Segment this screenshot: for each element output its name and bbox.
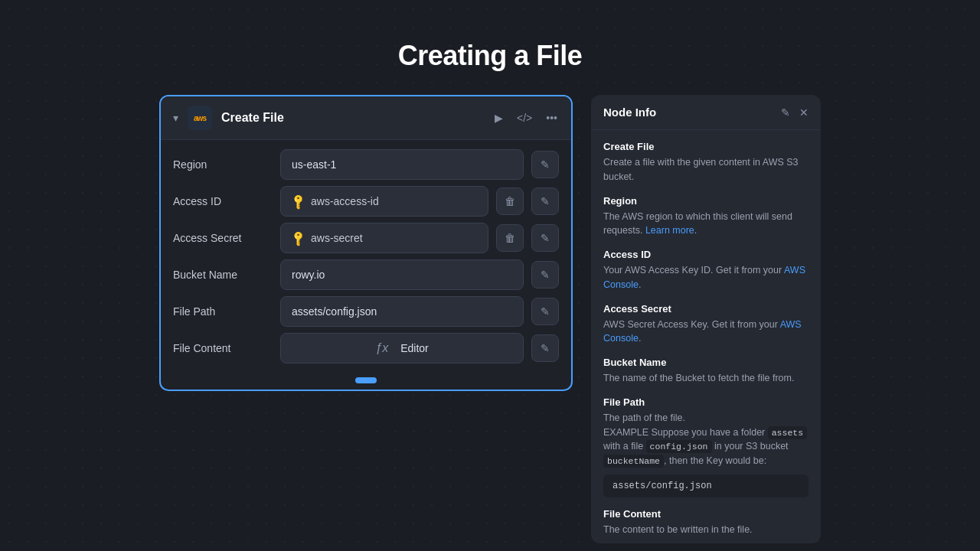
panel-edit-button[interactable]: ✎ [781,106,790,119]
access-secret-value: aws-secret [311,232,363,244]
key-icon: 🔑 [289,192,307,210]
panel-content: Create File Create a file with the given… [591,130,821,543]
node-header: ▾ aws Create File ▶ </> ••• [161,96,571,140]
bucket-name-input[interactable]: rowy.io [280,259,524,290]
info-label-access-id: Access ID [603,249,808,260]
content-area: ▾ aws Create File ▶ </> ••• Region us-ea… [0,95,980,543]
file-content-label: File Content [173,342,273,354]
info-text-file-content: The content to be written in the file. [603,523,808,537]
file-content-value: Editor [400,342,429,354]
node-info-panel: Node Info ✎ ✕ Create File Create a file … [591,95,821,543]
access-secret-edit-button[interactable]: ✎ [531,224,559,252]
file-path-value: assets/config.json [292,305,377,318]
access-id-value: aws-access-id [311,195,379,207]
access-secret-aws-console-link[interactable]: AWS Console [603,319,802,344]
bucket-name-edit-button[interactable]: ✎ [531,261,559,289]
access-id-delete-button[interactable]: 🗑 [496,187,524,215]
file-path-input[interactable]: assets/config.json [280,296,524,327]
region-row: Region us-east-1 ✎ [173,149,559,180]
code-button[interactable]: </> [515,110,534,126]
info-section-bucket-name: Bucket Name The name of the Bucket to fe… [603,357,808,386]
info-section-region: Region The AWS region to which this clie… [603,195,808,239]
access-id-row: Access ID 🔑 aws-access-id 🗑 ✎ [173,186,559,217]
aws-logo: aws [188,106,212,130]
access-id-edit-button[interactable]: ✎ [531,187,559,215]
panel-header-actions: ✎ ✕ [781,106,808,119]
node-footer [161,373,571,390]
node-rows: Region us-east-1 ✎ Access ID 🔑 aws-acces… [161,140,571,373]
node-card: ▾ aws Create File ▶ </> ••• Region us-ea… [159,95,573,391]
more-button[interactable]: ••• [544,110,559,126]
region-input[interactable]: us-east-1 [280,149,524,180]
bucket-name-label: Bucket Name [173,269,273,281]
access-secret-delete-button[interactable]: 🗑 [496,224,524,252]
info-text-bucket-name: The name of the Bucket to fetch the file… [603,371,808,386]
panel-header: Node Info ✎ ✕ [591,95,821,130]
info-section-access-secret: Access Secret AWS Secret Access Key. Get… [603,303,808,347]
page-title: Creating a File [398,40,583,72]
file-content-input[interactable]: ƒx Editor [280,333,524,364]
region-label: Region [173,158,273,171]
access-secret-input[interactable]: 🔑 aws-secret [280,223,488,253]
region-learn-more-link[interactable]: Learn more [645,225,694,236]
chevron-down-icon[interactable]: ▾ [173,112,178,124]
info-section-access-id: Access ID Your AWS Access Key ID. Get it… [603,249,808,292]
info-label-file-content: File Content [603,508,808,520]
key-icon-2: 🔑 [289,229,307,246]
access-secret-row: Access Secret 🔑 aws-secret 🗑 ✎ [173,223,559,253]
info-section-create-file: Create File Create a file with the given… [603,141,808,184]
file-content-row: File Content ƒx Editor ✎ [173,333,559,364]
info-section-file-path: File Path The path of the file.EXAMPLE S… [603,396,808,497]
access-id-aws-console-link[interactable]: AWS Console [603,265,805,290]
file-content-edit-button[interactable]: ✎ [531,334,559,362]
info-text-file-path: The path of the file.EXAMPLE Suppose you… [603,411,808,468]
node-actions: ▶ </> ••• [493,110,559,126]
access-id-input[interactable]: 🔑 aws-access-id [280,186,488,217]
info-label-access-secret: Access Secret [603,303,808,315]
access-id-label: Access ID [173,195,273,207]
panel-title: Node Info [603,106,656,119]
info-label-bucket-name: Bucket Name [603,357,808,368]
play-button[interactable]: ▶ [493,110,505,126]
info-text-access-secret: AWS Secret Access Key. Get it from your … [603,318,808,347]
info-label-create-file: Create File [603,141,808,152]
access-secret-label: Access Secret [173,232,273,244]
info-text-access-id: Your AWS Access Key ID. Get it from your… [603,263,808,292]
bucket-name-row: Bucket Name rowy.io ✎ [173,259,559,290]
info-section-file-content: File Content The content to be written i… [603,508,808,537]
info-label-file-path: File Path [603,396,808,408]
slider-dot[interactable] [355,377,377,383]
region-value: us-east-1 [292,158,336,171]
file-path-row: File Path assets/config.json ✎ [173,296,559,327]
file-path-edit-button[interactable]: ✎ [531,298,559,325]
region-edit-button[interactable]: ✎ [531,151,559,178]
info-text-create-file: Create a file with the given content in … [603,155,808,184]
file-path-code-block: assets/config.json [603,474,808,497]
info-label-region: Region [603,195,808,207]
fx-icon: ƒx [375,341,388,355]
node-card-title: Create File [221,111,484,125]
bucket-name-value: rowy.io [292,269,325,281]
panel-close-button[interactable]: ✕ [799,106,808,119]
file-path-label: File Path [173,305,273,318]
info-text-region: The AWS region to which this client will… [603,210,808,239]
